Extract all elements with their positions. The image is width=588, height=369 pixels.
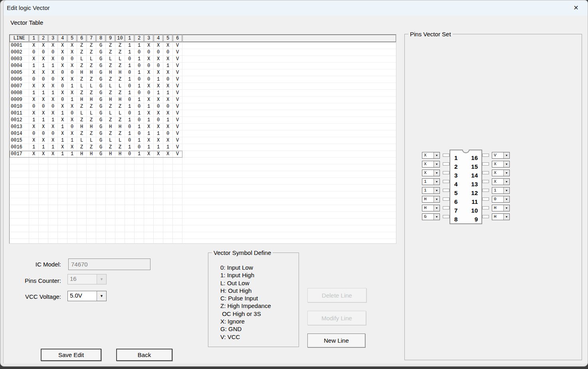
table-row[interactable]: 0007XXX01LLGLL01XXXV [10, 83, 396, 90]
vector-cell [87, 171, 96, 178]
table-row[interactable]: 0009XXX01HHGHH01XXXV [10, 97, 396, 103]
vector-cell [58, 185, 67, 191]
dialog-titlebar[interactable]: Edit logic Vector ✕ [4, 0, 588, 16]
dialog-title: Edit logic Vector [7, 0, 50, 16]
pin-9-select[interactable]: H▼ [492, 213, 510, 220]
pin-3-select[interactable]: X▼ [422, 170, 440, 176]
table-row[interactable]: 0015XXX11LLGLL01XXXV [10, 137, 396, 144]
table-row[interactable]: 0004111XXZZGZZ10001V [10, 63, 396, 69]
new-line-button[interactable]: New Line [307, 333, 365, 347]
vector-cell: V [173, 130, 182, 137]
table-row[interactable]: 0013XXX10HHGHH01XXXV [10, 124, 396, 130]
table-row[interactable]: 0017XXX11HHGHH01XXXV [10, 151, 396, 158]
vector-cell: 1 [154, 76, 163, 83]
vector-cell: X [144, 124, 154, 130]
table-row[interactable] [10, 158, 396, 164]
pin-10-select[interactable]: H▼ [492, 205, 510, 211]
table-row[interactable] [10, 191, 396, 198]
table-row[interactable] [10, 178, 396, 185]
table-row[interactable]: 0016111XXZZGZZ10111V [10, 144, 396, 151]
pin-6-select[interactable]: H▼ [422, 196, 440, 203]
vector-cell: Z [106, 130, 115, 137]
table-row[interactable] [10, 225, 396, 232]
table-row[interactable] [10, 198, 396, 205]
edit-logic-vector-dialog: Edit logic Vector ✕ Vector Table LINE123… [3, 0, 588, 363]
pin-number: 14 [471, 172, 478, 179]
header-cell-line: LINE [10, 35, 29, 42]
pin-5-select[interactable]: 1▼ [422, 187, 440, 194]
pin-4-select[interactable]: 1▼ [422, 178, 440, 185]
vector-table-label: Vector Table [10, 19, 43, 26]
pin-stub [443, 154, 449, 157]
table-row[interactable]: 0014000XXZZGZZ10110V [10, 130, 396, 137]
pin-8-select[interactable]: G▼ [422, 213, 440, 220]
vector-cell: 1 [135, 110, 144, 117]
vector-cell: H [77, 69, 87, 76]
pin-11-select[interactable]: 0▼ [492, 196, 510, 203]
table-row[interactable]: 0006000XXZZGZZ10010V [10, 76, 396, 83]
pin-13-select[interactable]: X▼ [492, 178, 510, 185]
table-row[interactable] [10, 232, 396, 239]
table-row[interactable]: 0002000XXZZGZZ10000V [10, 49, 396, 56]
vector-cell: 0 [135, 103, 144, 110]
vector-cell [48, 164, 58, 171]
pin-1-select[interactable]: X▼ [422, 152, 440, 159]
vector-cell: V [173, 63, 182, 69]
table-row[interactable]: 0011XXX10LLGLL01XXXV [10, 110, 396, 117]
table-row[interactable] [10, 164, 396, 171]
table-row[interactable]: 0012111XXZZGZZ10101V [10, 117, 396, 124]
row-cells [10, 171, 182, 178]
row-cells: 0004111XXZZGZZ10001V [10, 63, 182, 69]
vector-cell: 1 [125, 144, 135, 151]
pin-14-select[interactable]: X▼ [492, 170, 510, 176]
table-row[interactable]: 0010000XXZZGZZ10100V [10, 103, 396, 110]
close-icon[interactable]: ✕ [571, 3, 581, 13]
vector-cell: 1 [163, 63, 173, 69]
pin-number: 13 [471, 181, 478, 187]
vector-cell: Z [115, 76, 125, 83]
vector-cell: 0 [144, 76, 154, 83]
table-row[interactable]: 0008111XXZZGZZ10011V [10, 90, 396, 97]
vector-cell: 0 [48, 130, 58, 137]
vector-cell [154, 219, 163, 225]
pin-12-select[interactable]: 1▼ [492, 187, 510, 194]
pin-number: 16 [471, 155, 478, 161]
vector-cell [115, 158, 125, 164]
table-row[interactable] [10, 212, 396, 219]
vcc-voltage-select[interactable]: 5.0V ▼ [67, 291, 107, 301]
vector-cell [29, 232, 39, 239]
table-row[interactable]: 0003XXX00LLGLL01XXXV [10, 56, 396, 63]
table-row[interactable] [10, 219, 396, 225]
table-row[interactable] [10, 171, 396, 178]
vector-cell [144, 225, 154, 232]
line-cell: 0017 [10, 151, 29, 158]
vector-cell [48, 205, 58, 212]
pin-16-select[interactable]: V▼ [492, 152, 510, 159]
vector-cell [87, 232, 96, 239]
save-edit-button[interactable]: Save Edit [41, 349, 101, 361]
row-cells: 0001XXXXXZZGZZ11XXXV [10, 42, 182, 49]
row-cells [10, 205, 182, 212]
vector-cell: 0 [39, 103, 48, 110]
table-row[interactable]: 0001XXXXXZZGZZ11XXXV [10, 42, 396, 49]
header-cell-pin: 4 [154, 35, 163, 42]
vector-cell: X [29, 42, 39, 49]
row-filler [182, 137, 396, 144]
pin-2-select[interactable]: X▼ [422, 161, 440, 168]
vector-cell: X [58, 130, 67, 137]
pins-vector-set-title: Pins Vector Set [408, 31, 453, 37]
pin-15-select[interactable]: X▼ [492, 161, 510, 168]
vector-cell: 0 [135, 49, 144, 56]
table-row[interactable]: 0005XXX00HHGHH01XXXV [10, 69, 396, 76]
ic-model-input: 74670 [68, 258, 150, 270]
table-row[interactable] [10, 205, 396, 212]
vector-table[interactable]: LINE12345678910123456 0001XXXXXZZGZZ11XX… [9, 34, 396, 244]
back-button[interactable]: Back [116, 349, 172, 361]
vector-cell: X [39, 83, 48, 90]
table-row[interactable] [10, 185, 396, 191]
table-row[interactable] [10, 239, 396, 244]
vector-cell [39, 232, 48, 239]
vector-cell: X [154, 69, 163, 76]
vector-cell [135, 219, 144, 225]
pin-7-select[interactable]: H▼ [422, 205, 440, 211]
